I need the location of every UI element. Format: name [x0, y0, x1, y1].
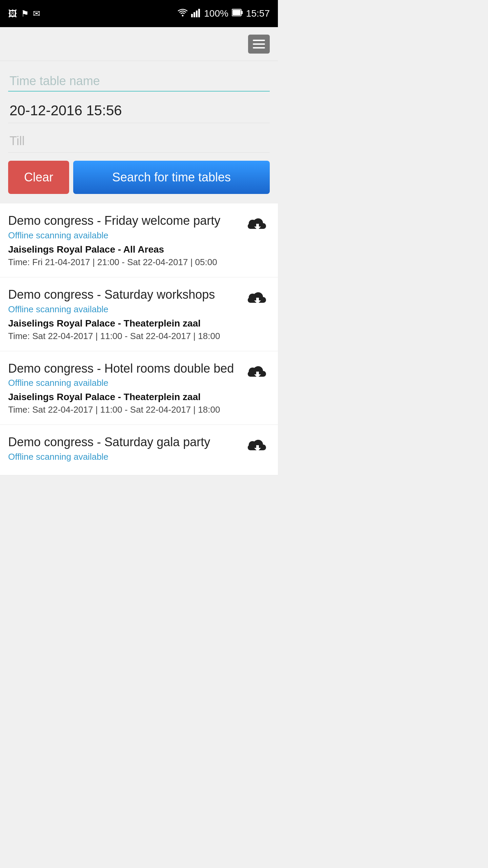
- clock: 15:57: [246, 8, 270, 19]
- result-venue: Jaiselings Royal Palace - Theaterplein z…: [8, 392, 240, 402]
- timetable-name-field: [8, 71, 270, 92]
- result-title: Demo congress - Hotel rooms double bed: [8, 361, 240, 377]
- results-list: Demo congress - Friday welcome party Off…: [0, 203, 278, 475]
- result-time: Time: Sat 22-04-2017 | 11:00 - Sat 22-04…: [8, 331, 240, 341]
- date-display: 20-12-2016 15:56: [8, 98, 270, 123]
- result-content-3: Demo congress - Saturday gala party Offl…: [8, 434, 245, 466]
- status-bar: 🖼 ⚑ ✉ 100%: [0, 0, 278, 27]
- result-venue: Jaiselings Royal Palace - All Areas: [8, 244, 240, 255]
- result-venue: Jaiselings Royal Palace - Theaterplein z…: [8, 318, 240, 329]
- svg-rect-6: [241, 11, 243, 14]
- menu-line: [253, 43, 265, 45]
- clear-button[interactable]: Clear: [8, 161, 69, 194]
- signal-icon: [191, 8, 201, 20]
- status-right: 100% 15:57: [178, 8, 270, 20]
- search-button[interactable]: Search for time tables: [73, 161, 270, 194]
- svg-rect-1: [191, 14, 193, 17]
- offline-badge: Offline scanning available: [8, 378, 240, 388]
- result-item: Demo congress - Friday welcome party Off…: [0, 203, 278, 277]
- result-time: Time: Sat 22-04-2017 | 11:00 - Sat 22-04…: [8, 405, 240, 415]
- date-field: 20-12-2016 15:56: [8, 98, 270, 123]
- offline-badge: Offline scanning available: [8, 304, 240, 315]
- svg-rect-7: [232, 10, 241, 15]
- download-button[interactable]: [245, 287, 270, 311]
- result-time: Time: Fri 21-04-2017 | 21:00 - Sat 22-04…: [8, 257, 240, 268]
- battery-percent: 100%: [204, 8, 228, 19]
- battery-icon: [232, 8, 243, 19]
- search-form: 20-12-2016 15:56 Clear Search for time t…: [0, 61, 278, 201]
- svg-rect-3: [196, 11, 198, 17]
- menu-button[interactable]: [248, 35, 270, 54]
- timetable-name-input[interactable]: [8, 71, 270, 92]
- menu-line: [253, 40, 265, 41]
- till-field: [8, 130, 270, 153]
- offline-badge: Offline scanning available: [8, 230, 240, 241]
- button-row: Clear Search for time tables: [8, 161, 270, 194]
- image-icon: 🖼: [8, 8, 17, 19]
- till-input[interactable]: [8, 130, 270, 153]
- result-title: Demo congress - Saturday gala party: [8, 434, 240, 450]
- result-content-0: Demo congress - Friday welcome party Off…: [8, 213, 245, 268]
- menu-line: [253, 47, 265, 48]
- wifi-icon: [178, 8, 188, 20]
- flag-icon: ⚑: [21, 8, 29, 19]
- svg-point-0: [182, 15, 184, 16]
- result-title: Demo congress - Friday welcome party: [8, 213, 240, 229]
- download-button[interactable]: [245, 434, 270, 459]
- top-bar: [0, 27, 278, 61]
- offline-badge: Offline scanning available: [8, 452, 240, 462]
- result-item: Demo congress - Hotel rooms double bed O…: [0, 351, 278, 425]
- download-button[interactable]: [245, 213, 270, 237]
- svg-rect-4: [198, 9, 200, 17]
- download-button[interactable]: [245, 361, 270, 385]
- result-title: Demo congress - Saturday workshops: [8, 287, 240, 303]
- result-content-2: Demo congress - Hotel rooms double bed O…: [8, 361, 245, 415]
- result-content-1: Demo congress - Saturday workshops Offli…: [8, 287, 245, 341]
- result-item: Demo congress - Saturday workshops Offli…: [0, 277, 278, 351]
- email-icon: ✉: [33, 8, 40, 19]
- svg-rect-2: [194, 12, 195, 17]
- result-item: Demo congress - Saturday gala party Offl…: [0, 425, 278, 475]
- status-icons: 🖼 ⚑ ✉: [8, 8, 40, 19]
